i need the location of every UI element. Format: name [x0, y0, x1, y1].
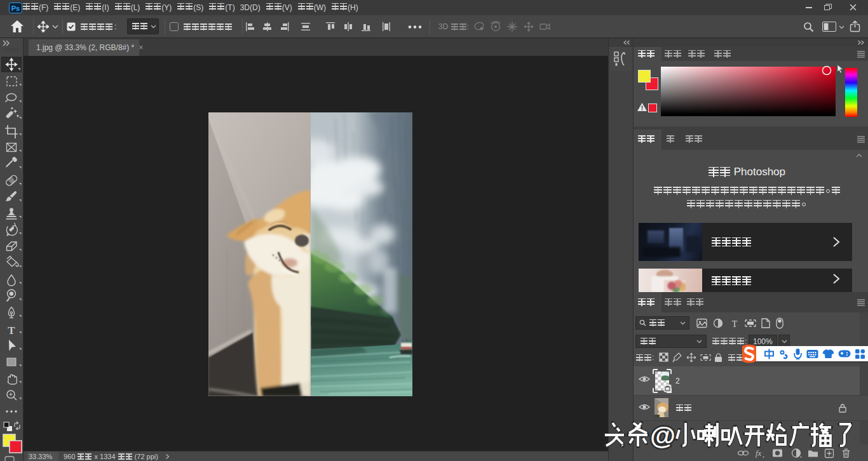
svg-text:T: T	[732, 319, 738, 329]
svg-text:@: @	[650, 421, 675, 450]
svg-text:Ps: Ps	[11, 4, 20, 12]
svg-text:T: T	[8, 324, 15, 337]
svg-text:fx: fx	[756, 448, 762, 458]
